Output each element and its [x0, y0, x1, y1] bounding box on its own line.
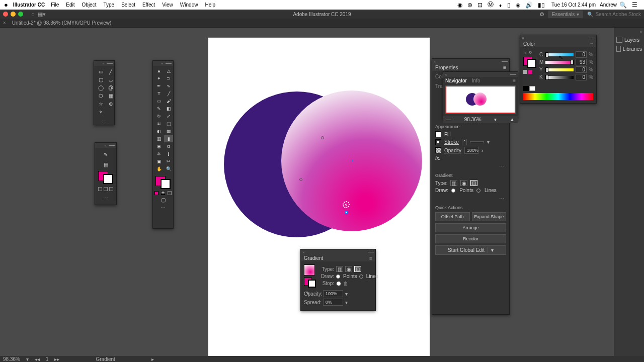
zoom-out-icon[interactable]: —	[446, 117, 451, 122]
tray-icon[interactable]: ⬧	[499, 2, 502, 9]
eyedropper-tool-icon[interactable]: ◉	[154, 143, 164, 150]
none-mode-icon[interactable]	[109, 187, 113, 191]
main-toolbar[interactable]: « ▲ △ ✦ ⊃ ✒ ∿ T ╱ ▭ 🖌 ✎ ◧ ↻ ⤢ ≋ ⬚ ◐ ▦ ▥ …	[152, 60, 174, 229]
fill-stroke-palette[interactable]: « ✎ ▤ ⋯	[95, 142, 117, 205]
navigator-tab[interactable]: Navigator	[445, 78, 467, 83]
free-transform-tool-icon[interactable]: ⬚	[164, 120, 173, 127]
volume-icon[interactable]: 🔊	[525, 2, 533, 9]
black-swatch[interactable]	[523, 86, 529, 91]
gradient-fill-stroke[interactable]	[304, 278, 316, 288]
scale-tool-icon[interactable]: ⤢	[164, 113, 173, 120]
m-input[interactable]: 93	[576, 59, 587, 65]
zoom-dropdown-icon[interactable]: ▾	[494, 117, 497, 122]
blend-tool-icon[interactable]: ⧉	[164, 143, 173, 150]
draw-points-radio[interactable]	[451, 189, 455, 193]
search-icon[interactable]: 🔍	[619, 2, 627, 9]
tray-icon[interactable]: ⊡	[477, 2, 482, 9]
menu-view[interactable]: View	[162, 2, 173, 8]
zoom-level[interactable]: 98.36%	[3, 356, 20, 362]
freeform-gradient-button[interactable]: ⊡	[354, 266, 361, 272]
close-icon[interactable]	[3, 12, 8, 17]
draw-lines-radio[interactable]	[476, 189, 480, 193]
more-icon[interactable]: ⋯	[103, 194, 108, 202]
tray-icon[interactable]: ◉	[457, 2, 462, 9]
swap-fill-stroke-icon[interactable]: ⇆	[523, 50, 527, 55]
selection-tool-icon[interactable]: ▲	[154, 67, 164, 74]
stroke-swatch[interactable]	[103, 174, 113, 184]
arrange-button[interactable]: Arrange	[435, 223, 506, 232]
column-graph-tool-icon[interactable]: ⫿	[164, 150, 173, 157]
tools-palette-small[interactable]: « ▭ ╱ ▢ ◡ ◯ @ ⬡ ▦ ☆ ⊕ ✧ ⋯	[94, 60, 115, 125]
slice-tool-icon[interactable]: ✂	[164, 158, 173, 165]
menu-window[interactable]: Window	[180, 2, 198, 8]
document-tab[interactable]: Untitled-2* @ 98.36% (CMYK/GPU Preview)	[8, 19, 115, 27]
type-tool-icon[interactable]: T	[154, 90, 164, 97]
navigator-panel[interactable]: × Navigator Info ≡ — 98.36% ▾ ▲	[443, 71, 518, 119]
eyedropper-tool-icon[interactable]: ✎	[101, 151, 110, 158]
info-tab[interactable]: Info	[472, 78, 480, 83]
gradient-preview[interactable]	[304, 264, 315, 276]
polygon-tool-icon[interactable]: ⬡	[96, 92, 105, 99]
ellipse-tool-icon[interactable]: ◯	[96, 84, 105, 91]
libraries-panel-button[interactable]: Libraries	[614, 44, 644, 53]
stroke-weight-input[interactable]	[470, 141, 484, 143]
gradient-origin-handle[interactable]	[343, 201, 350, 208]
menu-effect[interactable]: Effect	[142, 2, 155, 8]
grid-tool-icon[interactable]: ▦	[106, 92, 115, 99]
artboard-nav-prev-icon[interactable]: ◂◂	[35, 356, 40, 362]
line-segment-tool-icon[interactable]: ╱	[164, 90, 173, 97]
y-input[interactable]: 0	[576, 66, 587, 73]
zoom-dropdown-icon[interactable]: ▾	[26, 356, 29, 362]
radial-gradient-button[interactable]: ◉	[345, 266, 352, 272]
artboard-tool-icon[interactable]: ▣	[154, 158, 164, 165]
gradient-end-handle[interactable]	[345, 211, 348, 214]
color-mode-icon[interactable]	[154, 191, 158, 195]
symbol-sprayer-tool-icon[interactable]: ✲	[154, 150, 164, 157]
home-icon[interactable]: ⌂	[31, 11, 35, 17]
minimize-icon[interactable]	[11, 12, 16, 17]
artboard-nav-next-icon[interactable]: ▸▸	[54, 356, 59, 362]
color-mode-icon[interactable]	[528, 70, 532, 74]
arrange-documents-icon[interactable]: ▦▾	[38, 11, 46, 18]
collapse-dock-icon[interactable]: »	[614, 29, 644, 35]
user-menu[interactable]: Andrew	[600, 2, 617, 8]
dropdown-icon[interactable]: ▾	[488, 247, 494, 253]
opacity-label[interactable]: Opacity	[444, 148, 461, 153]
none-mode-icon[interactable]	[168, 191, 172, 195]
workspace-switcher[interactable]: Essentials▾	[548, 11, 584, 18]
c-input[interactable]: 0	[576, 51, 587, 58]
menu-select[interactable]: Select	[121, 2, 135, 8]
edit-toolbar-icon[interactable]: ⋯	[153, 204, 173, 211]
c-slider[interactable]	[545, 53, 574, 56]
color-panel[interactable]: × Color ≡ ⇆ ⟲ C 0 %	[520, 35, 597, 104]
search-adobe-stock[interactable]: 🔍 Search Adobe Stock	[587, 12, 641, 17]
out-of-gamut-icon[interactable]	[523, 70, 527, 74]
spread-input[interactable]: 0%	[323, 299, 343, 306]
linear-gradient-button[interactable]: ▥	[336, 266, 343, 272]
zoom-value[interactable]: 98.36%	[464, 117, 481, 122]
freeform-gradient-button[interactable]: ⊡	[470, 180, 477, 186]
default-fill-stroke-icon[interactable]: ⟲	[528, 50, 532, 55]
tool-icon[interactable]	[106, 108, 115, 115]
gradient-tool-icon[interactable]: ▮	[164, 135, 173, 142]
white-swatch[interactable]	[529, 86, 535, 91]
rectangle-tool-icon[interactable]: ▭	[96, 68, 105, 75]
menu-object[interactable]: Object	[82, 2, 97, 8]
apple-menu-icon[interactable]: ●	[4, 1, 8, 9]
fill-stroke-indicator[interactable]	[98, 171, 113, 184]
gradient-panel[interactable]: × Gradient ≡ Type: ▥ ◉ ⊡	[300, 249, 376, 311]
stroke-label[interactable]: Stroke	[444, 139, 459, 145]
radial-gradient-button[interactable]: ◉	[460, 180, 467, 186]
maximize-icon[interactable]	[18, 12, 23, 17]
close-icon[interactable]: ×	[434, 59, 436, 64]
recolor-button[interactable]: Recolor	[435, 234, 506, 243]
magic-wand-tool-icon[interactable]: ✦	[154, 75, 164, 82]
fx-icon[interactable]: fx.	[435, 155, 441, 161]
k-slider[interactable]	[545, 76, 574, 79]
shaper-tool-icon[interactable]: ✎	[154, 105, 164, 112]
control-center-icon[interactable]: ☰	[632, 2, 637, 9]
stroke-swatch[interactable]	[435, 139, 441, 145]
draw-lines-radio[interactable]	[359, 275, 363, 279]
fill-stroke-indicator[interactable]	[155, 176, 171, 189]
zoom-tool-icon[interactable]: 🔍	[164, 165, 173, 172]
